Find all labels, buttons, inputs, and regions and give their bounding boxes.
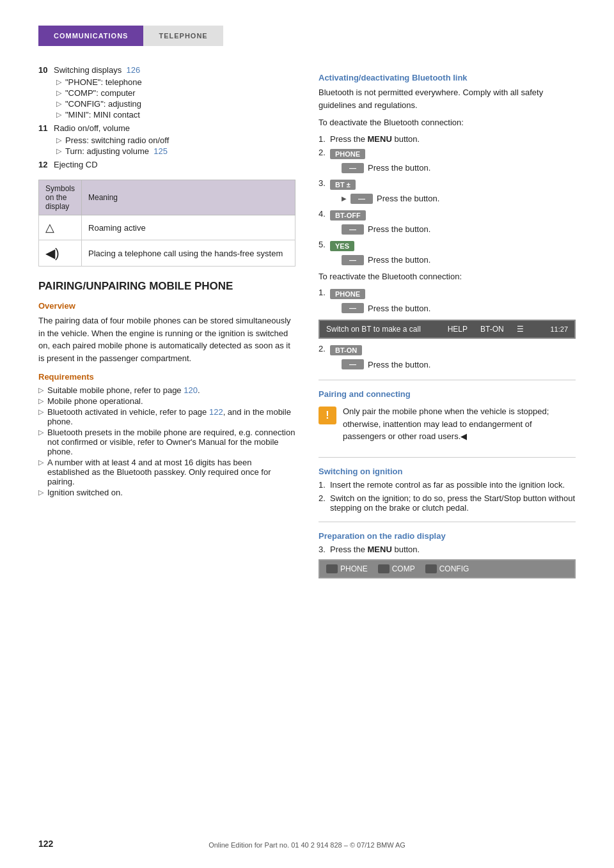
press-row: — Press the button.: [342, 224, 576, 235]
arrow-icon: ▷: [38, 397, 43, 405]
step-item: 2. BT-ON — Press the button.: [319, 344, 576, 371]
tab-active-label: COMMUNICATIONS: [54, 32, 128, 40]
reactivate-label: To reactivate the Bluetooth connection:: [319, 270, 576, 283]
dash-btn: —: [342, 359, 364, 369]
comp-icon: [378, 564, 390, 573]
req-item: ▷Suitable mobile phone, refer to page 12…: [38, 385, 295, 395]
press-row: — Press the button.: [342, 255, 576, 265]
sub-item: ▷"PHONE": telephone: [56, 77, 295, 87]
step-content: Press the MENU button.: [330, 545, 576, 554]
req-text: Ignition switched on.: [47, 488, 123, 497]
step-item: 5. YES — Press the button.: [319, 240, 576, 267]
step-num: 3.: [319, 178, 330, 188]
deactivate-label: To deactivate the Bluetooth connection:: [319, 116, 576, 129]
req-item: ▷A number with at least 4 and at most 16…: [38, 458, 295, 486]
req-text: Mobile phone operational.: [47, 396, 143, 406]
req-item: ▷Ignition switched on.: [38, 488, 295, 497]
ui-box-yes: YES: [330, 241, 354, 251]
screen-help: HELP: [448, 325, 468, 334]
sub-item-text: Press: switching radio on/off: [65, 136, 169, 145]
step-content: YES — Press the button.: [330, 240, 576, 267]
sub-item-text: "MINI": MINI contact: [65, 110, 140, 120]
req-item: ▷Bluetooth activated in vehicle, refer t…: [38, 407, 295, 426]
screen-mockup: Switch on BT to make a call HELP BT-ON ☰…: [319, 320, 576, 339]
table-col1-header: Symbols on the display: [39, 180, 82, 215]
step-content: Switch on the ignition; to do so, press …: [330, 493, 576, 513]
item-12-number: 12: [38, 160, 51, 169]
ui-box-phone: PHONE: [330, 149, 365, 159]
ui-box-bt: BT ±: [330, 180, 356, 190]
sub-item-text: "PHONE": telephone: [65, 77, 142, 87]
step-item: 1. Press the MENU button.: [319, 134, 576, 144]
press-label: Press the button.: [368, 360, 430, 369]
press-label: Press the button.: [368, 163, 430, 173]
step-item: 1. Insert the remote control as far as p…: [319, 480, 576, 490]
numbered-item-12: 12 Ejecting CD: [38, 160, 295, 169]
dash-btn: —: [342, 224, 364, 235]
arrow-icon: ▷: [56, 89, 61, 97]
section-heading-pairing: PAIRING/UNPAIRING MOBILE PHONE: [38, 279, 295, 293]
screen-item-comp: COMP: [378, 564, 415, 573]
press-label: Press the button.: [368, 255, 430, 265]
tab-communications[interactable]: COMMUNICATIONS: [38, 26, 143, 46]
left-column: 10 Switching displays 126 ▷"PHONE": tele…: [38, 65, 295, 584]
press-label: Press the button.: [368, 304, 430, 313]
item-10-number: 10: [38, 65, 51, 75]
two-col-layout: 10 Switching displays 126 ▷"PHONE": tele…: [38, 65, 576, 584]
table-symbol: △: [39, 215, 82, 240]
req-page-ref: 122: [209, 407, 223, 417]
config-icon: [425, 564, 437, 573]
bold-menu: MENU: [368, 134, 392, 144]
sub-item: ▷"CONFIG": adjusting: [56, 99, 295, 109]
press-row: — Press the button.: [342, 163, 576, 173]
dash-btn: —: [342, 163, 364, 173]
arrow-icon: ▷: [56, 78, 61, 86]
dash-btn: —: [342, 255, 364, 265]
table-col2-header: Meaning: [82, 180, 295, 215]
warning-box: ! Only pair the mobile phone when the ve…: [319, 405, 576, 448]
screen-left-text: Switch on BT to make a call: [326, 325, 421, 334]
divider: [319, 522, 576, 522]
step-num: 5.: [319, 240, 330, 249]
arrow-icon: ▷: [38, 428, 43, 437]
screen-item-label: CONFIG: [439, 564, 469, 573]
req-text: Bluetooth presets in the mobile phone ar…: [47, 428, 295, 456]
press-row: — Press the button.: [342, 359, 576, 369]
press-row: — Press the button.: [342, 303, 576, 313]
warning-text: Only pair the mobile phone when the vehi…: [343, 405, 576, 443]
divider: [319, 380, 576, 380]
sub-item: ▷Press: switching radio on/off: [56, 136, 295, 145]
sub-item: ▷"MINI": MINI contact: [56, 110, 295, 120]
step-num: 1.: [319, 480, 330, 490]
overview-heading: Overview: [38, 301, 295, 311]
ui-box-phone2: PHONE: [330, 289, 365, 299]
arrow-icon: ▷: [56, 100, 61, 108]
item-10-label: Switching displays 126: [54, 65, 140, 75]
step-item: 2. PHONE — Press the button.: [319, 148, 576, 174]
step-item: 1. PHONE — Press the button.: [319, 288, 576, 314]
divider: [319, 457, 576, 458]
ui-box-bton: BT-ON: [330, 345, 362, 355]
sub-item: ▷"COMP": computer: [56, 88, 295, 98]
item-11-subitems: ▷Press: switching radio on/off ▷Turn: ad…: [56, 136, 295, 156]
press-row: ▶ — Press the button.: [342, 194, 576, 204]
item-10-subitems: ▷"PHONE": telephone ▷"COMP": computer ▷"…: [56, 77, 295, 120]
indicator-icon: ▶: [342, 195, 347, 202]
press-label: Press the button.: [377, 194, 439, 203]
item-12-label: Ejecting CD: [54, 160, 98, 169]
arrow-icon: ▷: [38, 408, 43, 416]
pairing-heading: Pairing and connecting: [319, 389, 576, 399]
right-column: Activating/deactivating Bluetooth link B…: [319, 65, 576, 584]
req-text: A number with at least 4 and at most 16 …: [47, 458, 295, 486]
step-num: 2.: [319, 344, 330, 353]
requirements-heading: Requirements: [38, 372, 295, 382]
step-content: Insert the remote control as far as poss…: [330, 480, 576, 490]
tab-telephone[interactable]: TELEPHONE: [143, 26, 223, 46]
press-label: Press the button.: [368, 224, 430, 234]
table-symbol: ◀): [39, 240, 82, 267]
item-10-ref: 126: [126, 65, 140, 75]
symbol-table: Symbols on the display Meaning △ Roaming…: [38, 180, 295, 267]
page: COMMUNICATIONS TELEPHONE 10 Switching di…: [0, 0, 614, 868]
sub-item-text: Turn: adjusting volume 125: [65, 146, 168, 156]
step-content: PHONE — Press the button.: [330, 148, 576, 174]
